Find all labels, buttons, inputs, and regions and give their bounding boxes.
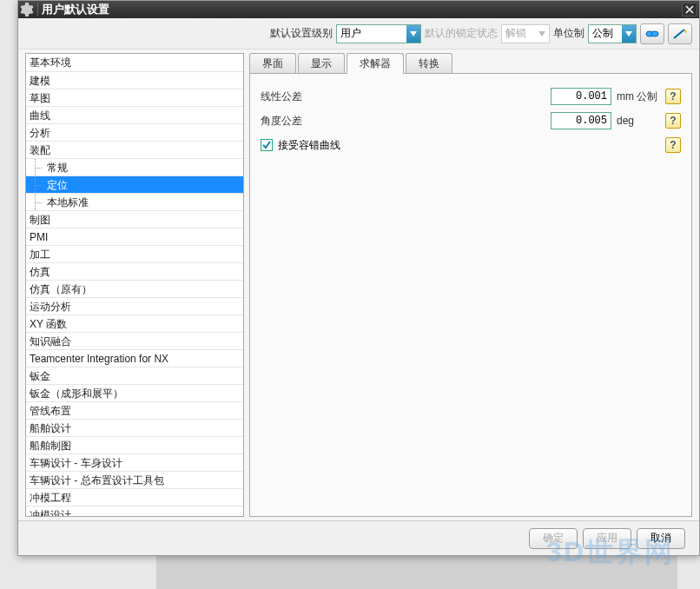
- gear-icon: [20, 3, 34, 17]
- tab[interactable]: 界面: [249, 53, 296, 74]
- tab[interactable]: 显示: [298, 53, 345, 74]
- tree-item[interactable]: 车辆设计 - 总布置设计工具包: [26, 471, 243, 488]
- tree-item[interactable]: 仿真: [26, 262, 243, 280]
- tree-item[interactable]: 船舶制图: [26, 436, 243, 453]
- chevron-down-icon: [535, 25, 549, 43]
- tree-item[interactable]: 曲线: [26, 106, 243, 123]
- tree-item[interactable]: 冲模设计: [26, 506, 243, 516]
- units-label: 单位制: [553, 26, 584, 41]
- tree-item[interactable]: 常规: [26, 158, 243, 175]
- tab-content: 线性公差 mm 公制 ? 角度公差 deg ? 接受容错曲线 ?: [249, 73, 692, 517]
- tab-bar: 界面显示求解器转换: [249, 53, 692, 74]
- tree-item[interactable]: 草图: [26, 89, 243, 106]
- tool-icon-1[interactable]: [640, 23, 664, 44]
- linear-tolerance-label: 线性公差: [261, 89, 545, 104]
- angular-tolerance-label: 角度公差: [261, 114, 545, 129]
- tab[interactable]: 求解器: [347, 53, 404, 74]
- angular-tolerance-input[interactable]: [551, 112, 611, 129]
- angular-unit: deg: [617, 115, 660, 127]
- tree-scroll[interactable]: 基本环境建模草图曲线分析装配常规定位本地标准制图PMI加工仿真仿真（原有）运动分…: [26, 54, 243, 516]
- tree-item[interactable]: 船舶设计: [26, 419, 243, 436]
- window-title: 用户默认设置: [42, 2, 682, 17]
- tree-item[interactable]: 分析: [26, 123, 243, 141]
- tree-item[interactable]: 定位: [26, 175, 243, 193]
- category-tree: 基本环境建模草图曲线分析装配常规定位本地标准制图PMI加工仿真仿真（原有）运动分…: [25, 53, 244, 517]
- accept-label: 接受容错曲线: [278, 138, 660, 153]
- linear-tolerance-input[interactable]: [551, 88, 611, 105]
- tree-item[interactable]: PMI: [26, 228, 243, 245]
- level-label: 默认设置级别: [270, 26, 333, 41]
- tab[interactable]: 转换: [406, 53, 452, 74]
- chevron-down-icon: [622, 25, 636, 43]
- tree-item[interactable]: 基本环境: [26, 54, 243, 71]
- tool-icon-2[interactable]: [668, 23, 692, 44]
- tree-item[interactable]: 钣金（成形和展平）: [26, 384, 243, 401]
- accept-checkbox[interactable]: [261, 139, 273, 151]
- apply-button[interactable]: 应用: [583, 528, 631, 549]
- cancel-button[interactable]: 取消: [637, 528, 685, 549]
- tree-item[interactable]: 仿真（原有）: [26, 280, 243, 297]
- preferences-dialog: 用户默认设置 默认设置级别 用户 默认的锁定状态 解锁 单位制 公制 基本环境建…: [17, 0, 700, 556]
- tree-item[interactable]: Teamcenter Integration for NX: [26, 349, 243, 367]
- help-icon[interactable]: ?: [665, 137, 681, 153]
- tree-item[interactable]: 管线布置: [26, 401, 243, 419]
- linear-unit: mm 公制: [617, 89, 660, 104]
- content-panel: 界面显示求解器转换 线性公差 mm 公制 ? 角度公差 deg ?: [249, 53, 692, 517]
- chevron-down-icon: [406, 25, 420, 43]
- tree-item[interactable]: 建模: [26, 71, 243, 89]
- units-dropdown[interactable]: 公制: [588, 24, 637, 43]
- tree-item[interactable]: 加工: [26, 245, 243, 262]
- tree-item[interactable]: XY 函数: [26, 314, 243, 332]
- titlebar: 用户默认设置: [18, 1, 699, 18]
- tree-item[interactable]: 车辆设计 - 车身设计: [26, 453, 243, 471]
- tree-item[interactable]: 装配: [26, 141, 243, 158]
- lock-label: 默认的锁定状态: [425, 26, 498, 41]
- ok-button[interactable]: 确定: [529, 528, 578, 549]
- level-dropdown[interactable]: 用户: [336, 24, 421, 43]
- help-icon[interactable]: ?: [665, 113, 681, 129]
- tree-item[interactable]: 冲模工程: [26, 488, 243, 506]
- tree-item[interactable]: 钣金: [26, 367, 243, 384]
- tree-item[interactable]: 制图: [26, 210, 243, 228]
- help-icon[interactable]: ?: [665, 89, 681, 104]
- svg-point-1: [651, 31, 658, 36]
- tree-item[interactable]: 知识融合: [26, 332, 243, 349]
- dialog-footer: 确定 应用 取消: [18, 520, 699, 555]
- lock-dropdown: 解锁: [501, 24, 550, 43]
- close-button[interactable]: [682, 3, 697, 17]
- tree-item[interactable]: 运动分析: [26, 297, 243, 314]
- toolbar: 默认设置级别 用户 默认的锁定状态 解锁 单位制 公制: [18, 18, 699, 50]
- tree-item[interactable]: 本地标准: [26, 193, 243, 210]
